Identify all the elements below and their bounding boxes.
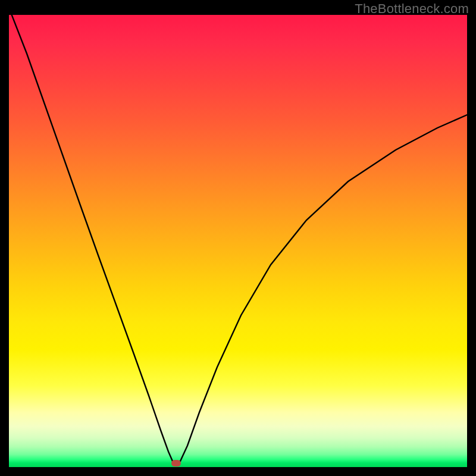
watermark-text: TheBottleneck.com [355, 1, 469, 17]
bottleneck-curve [9, 15, 467, 467]
min-marker [171, 460, 181, 466]
plot-area [9, 15, 467, 467]
